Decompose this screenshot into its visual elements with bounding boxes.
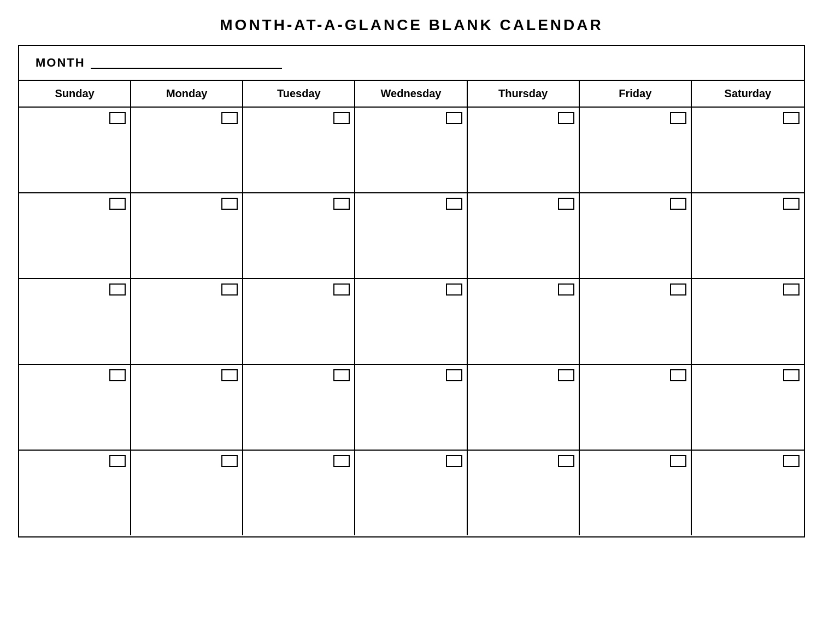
- date-box[interactable]: [109, 198, 126, 210]
- day-header-tuesday: Tuesday: [243, 81, 355, 107]
- cell-r3-thu[interactable]: [468, 279, 580, 364]
- date-box[interactable]: [446, 198, 462, 210]
- date-box[interactable]: [446, 283, 462, 296]
- days-header: Sunday Monday Tuesday Wednesday Thursday…: [19, 81, 804, 108]
- page-container: MONTH-AT-A-GLANCE BLANK CALENDAR MONTH S…: [18, 16, 805, 537]
- day-header-thursday: Thursday: [468, 81, 580, 107]
- cell-r3-tue[interactable]: [243, 279, 355, 364]
- cell-r5-tue[interactable]: [243, 451, 355, 535]
- calendar-row-5: [19, 451, 804, 536]
- date-box[interactable]: [109, 455, 126, 467]
- calendar-row-4: [19, 365, 804, 451]
- cell-r4-sat[interactable]: [692, 365, 804, 450]
- date-box[interactable]: [558, 455, 574, 467]
- cell-r5-thu[interactable]: [468, 451, 580, 535]
- cell-r3-mon[interactable]: [131, 279, 243, 364]
- cell-r3-wed[interactable]: [355, 279, 467, 364]
- date-box[interactable]: [783, 283, 800, 296]
- day-header-sunday: Sunday: [19, 81, 131, 107]
- cell-r4-mon[interactable]: [131, 365, 243, 450]
- cell-r4-thu[interactable]: [468, 365, 580, 450]
- cell-r2-sun[interactable]: [19, 193, 131, 278]
- cell-r5-fri[interactable]: [580, 451, 692, 535]
- date-box[interactable]: [221, 455, 238, 467]
- cell-r5-mon[interactable]: [131, 451, 243, 535]
- date-box[interactable]: [333, 369, 350, 381]
- cell-r2-fri[interactable]: [580, 193, 692, 278]
- date-box[interactable]: [446, 369, 462, 381]
- date-box[interactable]: [221, 283, 238, 296]
- cell-r1-thu[interactable]: [468, 108, 580, 192]
- date-box[interactable]: [109, 369, 126, 381]
- month-label: MONTH: [36, 56, 85, 70]
- date-box[interactable]: [783, 198, 800, 210]
- cell-r1-fri[interactable]: [580, 108, 692, 192]
- day-header-friday: Friday: [580, 81, 692, 107]
- date-box[interactable]: [446, 455, 462, 467]
- cell-r1-sun[interactable]: [19, 108, 131, 192]
- page-title: MONTH-AT-A-GLANCE BLANK CALENDAR: [18, 16, 805, 34]
- date-box[interactable]: [558, 112, 574, 124]
- date-box[interactable]: [221, 369, 238, 381]
- date-box[interactable]: [670, 112, 686, 124]
- date-box[interactable]: [558, 369, 574, 381]
- date-box[interactable]: [783, 455, 800, 467]
- day-header-monday: Monday: [131, 81, 243, 107]
- date-box[interactable]: [109, 112, 126, 124]
- day-header-saturday: Saturday: [692, 81, 804, 107]
- date-box[interactable]: [221, 112, 238, 124]
- cell-r3-sun[interactable]: [19, 279, 131, 364]
- cell-r2-tue[interactable]: [243, 193, 355, 278]
- date-box[interactable]: [333, 455, 350, 467]
- cell-r3-fri[interactable]: [580, 279, 692, 364]
- date-box[interactable]: [558, 198, 574, 210]
- cell-r4-tue[interactable]: [243, 365, 355, 450]
- cell-r5-sun[interactable]: [19, 451, 131, 535]
- cell-r4-wed[interactable]: [355, 365, 467, 450]
- date-box[interactable]: [670, 455, 686, 467]
- date-box[interactable]: [333, 198, 350, 210]
- month-line[interactable]: [91, 57, 282, 69]
- calendar-row-1: [19, 108, 804, 193]
- date-box[interactable]: [783, 369, 800, 381]
- cell-r3-sat[interactable]: [692, 279, 804, 364]
- cell-r2-sat[interactable]: [692, 193, 804, 278]
- date-box[interactable]: [783, 112, 800, 124]
- date-box[interactable]: [558, 283, 574, 296]
- calendar-wrapper: MONTH Sunday Monday Tuesday Wednesday Th…: [18, 45, 805, 537]
- cell-r5-wed[interactable]: [355, 451, 467, 535]
- calendar-row-2: [19, 193, 804, 279]
- month-header: MONTH: [19, 46, 804, 81]
- cell-r5-sat[interactable]: [692, 451, 804, 535]
- calendar-grid: [19, 108, 804, 536]
- cell-r2-thu[interactable]: [468, 193, 580, 278]
- cell-r1-mon[interactable]: [131, 108, 243, 192]
- date-box[interactable]: [670, 369, 686, 381]
- cell-r1-wed[interactable]: [355, 108, 467, 192]
- calendar-row-3: [19, 279, 804, 365]
- cell-r4-sun[interactable]: [19, 365, 131, 450]
- date-box[interactable]: [221, 198, 238, 210]
- cell-r2-mon[interactable]: [131, 193, 243, 278]
- date-box[interactable]: [109, 283, 126, 296]
- date-box[interactable]: [670, 283, 686, 296]
- date-box[interactable]: [670, 198, 686, 210]
- cell-r1-sat[interactable]: [692, 108, 804, 192]
- cell-r2-wed[interactable]: [355, 193, 467, 278]
- cell-r1-tue[interactable]: [243, 108, 355, 192]
- day-header-wednesday: Wednesday: [355, 81, 467, 107]
- date-box[interactable]: [333, 112, 350, 124]
- date-box[interactable]: [333, 283, 350, 296]
- cell-r4-fri[interactable]: [580, 365, 692, 450]
- date-box[interactable]: [446, 112, 462, 124]
